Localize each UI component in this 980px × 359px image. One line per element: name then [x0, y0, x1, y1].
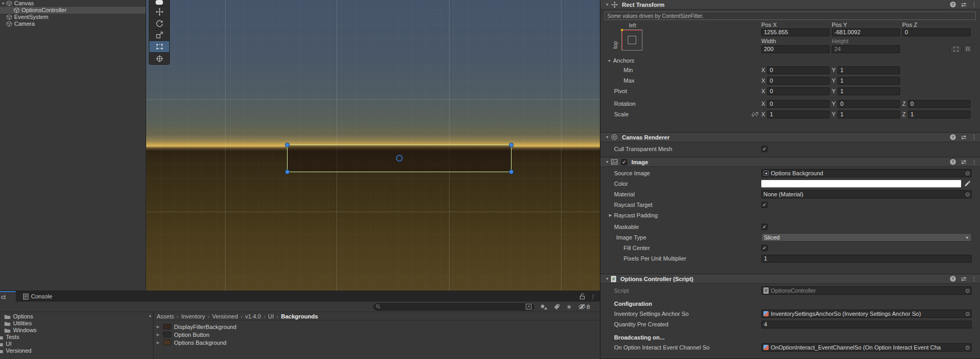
options-controller-header[interactable]: ▼ # Options Controller (Script) ? ⋮ [600, 274, 980, 284]
tab-project[interactable]: ct [0, 291, 16, 302]
color-swatch[interactable] [761, 180, 961, 187]
eyedropper-icon[interactable] [964, 181, 971, 187]
folder-item[interactable]: Utilities [0, 320, 153, 327]
folder-item[interactable]: Windows [0, 327, 153, 334]
kebab-menu-icon[interactable]: ⋮ [972, 276, 977, 282]
expander-icon[interactable]: ▶ [157, 333, 163, 337]
pivot-x-field[interactable]: 0 [767, 87, 830, 95]
pivot-y-field[interactable]: 1 [838, 87, 900, 95]
image-header[interactable]: ▼ ✓ Image ? ⋮ [600, 157, 980, 167]
asset-item[interactable]: ▶ DisplayFillerBackground [154, 323, 600, 331]
move-tool-button[interactable] [149, 6, 169, 18]
event-channel-field[interactable]: OnOptionInteract_EventChannelSo (On Opti… [761, 343, 972, 352]
pos-y-field[interactable]: -681.0092 [832, 28, 900, 36]
favorites-star-icon[interactable]: ★ [566, 303, 572, 311]
foldout-icon[interactable]: ▼ [604, 160, 611, 164]
rotation-x-field[interactable]: 0 [767, 100, 830, 108]
presets-icon[interactable] [961, 134, 967, 141]
filter-by-label-icon[interactable] [554, 304, 560, 310]
hidden-count-toggle[interactable]: 8 [578, 304, 590, 310]
asset-item[interactable]: ▶ Options Background [154, 338, 600, 346]
canvas-renderer-header[interactable]: ▼ Canvas Renderer ? ⋮ [600, 133, 980, 142]
unlock-icon[interactable] [579, 293, 585, 300]
rect-tool-button[interactable] [149, 41, 169, 53]
rect-handle-bottom-left[interactable] [285, 169, 290, 174]
rotation-z-field[interactable]: 0 [908, 100, 971, 108]
presets-icon[interactable] [961, 2, 967, 8]
cull-transparent-mesh-checkbox[interactable]: ✓ [761, 146, 768, 152]
kebab-menu-icon[interactable]: ⋮ [972, 159, 977, 165]
anchors-foldout[interactable]: ▼ Anchors [606, 57, 980, 64]
help-icon[interactable]: ? [950, 276, 956, 282]
foldout-icon[interactable]: ▼ [604, 3, 611, 6]
anchor-preset-widget[interactable]: left top [611, 29, 642, 60]
width-field[interactable]: 200 [761, 45, 830, 53]
hierarchy-item-optionscontroller[interactable]: OptionsController [0, 7, 146, 14]
rect-handle-bottom-right[interactable] [509, 169, 514, 174]
pivot-handle[interactable] [396, 155, 403, 162]
anchor-min-x-field[interactable]: 0 [767, 66, 830, 74]
breadcrumb-item-current[interactable]: Backgrounds [281, 313, 318, 320]
anchor-min-y-field[interactable]: 1 [838, 66, 900, 74]
breadcrumb-item[interactable]: v1.4.0 [245, 313, 261, 320]
rect-transform-header[interactable]: ▼ Rect Transform ? ⋮ [600, 0, 980, 9]
hierarchy-item-canvas[interactable]: ▼ Canvas [0, 0, 146, 7]
breadcrumb-item[interactable]: Versioned [212, 313, 238, 320]
breadcrumb-item[interactable]: Assets [157, 313, 174, 320]
folder-item[interactable]: Options [0, 313, 153, 320]
expander-icon[interactable]: ▶ [157, 325, 163, 329]
search-in-icon[interactable] [526, 304, 532, 310]
ppu-multiplier-field[interactable]: 1 [761, 255, 972, 263]
search-input[interactable] [373, 303, 534, 311]
rotate-tool-button[interactable] [149, 18, 169, 29]
foldout-icon[interactable]: ▶ [607, 213, 614, 217]
expander-icon[interactable]: ▶ [157, 341, 163, 345]
quantity-pre-created-field[interactable]: 4 [761, 321, 972, 328]
rect-handle-top-left[interactable] [285, 143, 290, 147]
transform-tool-button[interactable] [149, 53, 169, 64]
foldout-icon[interactable]: ▼ [604, 277, 611, 281]
filter-by-type-icon[interactable] [540, 304, 547, 310]
breadcrumb-item[interactable]: Inventory [181, 313, 205, 320]
raw-edit-mode-button[interactable]: R [963, 45, 973, 53]
scale-y-field[interactable]: 1 [838, 111, 900, 118]
presets-icon[interactable] [961, 159, 967, 165]
maskable-checkbox[interactable]: ✓ [761, 224, 768, 230]
tab-console[interactable]: Console [19, 291, 56, 302]
image-type-dropdown[interactable]: Sliced ▼ [761, 233, 972, 242]
breadcrumb-item[interactable]: UI [268, 313, 274, 320]
foldout-icon[interactable]: ▼ [604, 135, 611, 139]
scale-link-icon[interactable] [752, 111, 758, 117]
help-icon[interactable]: ? [950, 159, 956, 165]
scale-x-field[interactable]: 1 [767, 111, 830, 118]
folder-item[interactable]: UI [0, 341, 153, 347]
material-field[interactable]: None (Material) ⊙ [761, 190, 972, 198]
scale-tool-button[interactable] [149, 29, 169, 41]
asset-item[interactable]: ▶ Option Button [154, 331, 600, 338]
help-icon[interactable]: ? [950, 2, 956, 7]
view-tool-button[interactable] [149, 0, 169, 6]
raycast-padding-row[interactable]: ▶ Raycast Padding [600, 210, 980, 221]
scale-z-field[interactable]: 1 [908, 111, 971, 118]
help-icon[interactable]: ? [950, 134, 956, 140]
scene-view[interactable] [146, 0, 600, 291]
presets-icon[interactable] [961, 276, 967, 282]
source-image-field[interactable]: Options Background ⊙ [761, 169, 972, 177]
hierarchy-item-eventsystem[interactable]: EventSystem [0, 14, 146, 21]
hierarchy-item-camera[interactable]: Camera [0, 21, 146, 27]
kebab-menu-icon[interactable]: ⋮ [590, 294, 596, 300]
object-picker-icon[interactable]: ⊙ [965, 191, 970, 198]
rect-handle-top-right[interactable] [509, 143, 514, 147]
expander-icon[interactable]: ▼ [0, 0, 6, 7]
kebab-menu-icon[interactable]: ⋮ [972, 2, 977, 7]
blueprint-mode-button[interactable] [950, 45, 962, 53]
object-picker-icon[interactable]: ⊙ [965, 310, 970, 317]
object-picker-icon[interactable]: ⊙ [965, 344, 970, 351]
selected-rect-gizmo[interactable] [287, 145, 512, 172]
folder-item[interactable]: Versioned [0, 347, 153, 354]
folder-item[interactable]: Tests [0, 334, 153, 341]
object-picker-icon[interactable]: ⊙ [965, 169, 970, 177]
inventory-settings-anchor-field[interactable]: InventorySettingsAnchorSo (Inventory Set… [761, 310, 972, 318]
rotation-y-field[interactable]: 0 [838, 100, 900, 108]
pos-x-field[interactable]: 1255.855 [761, 28, 830, 36]
